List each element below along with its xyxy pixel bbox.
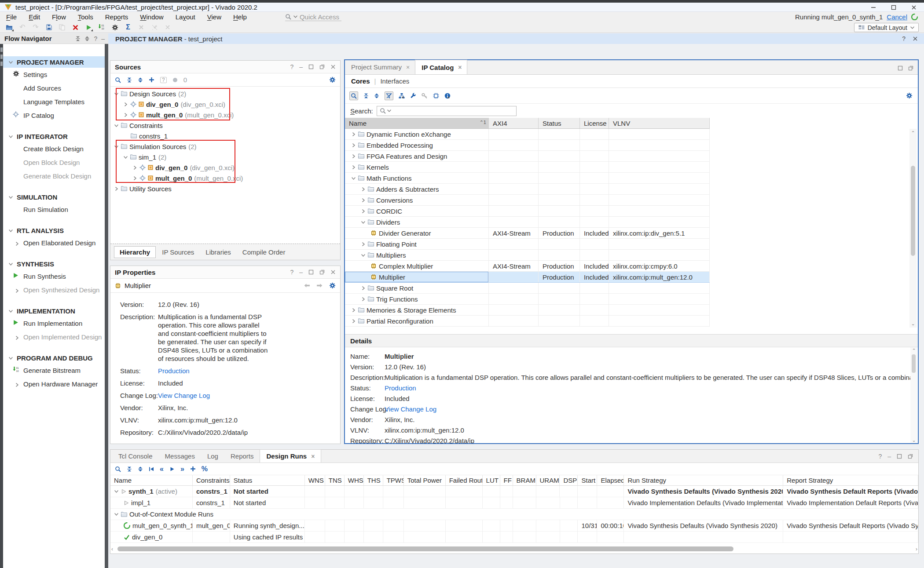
runs-column-failed-routes[interactable]: Failed Routes: [446, 475, 483, 485]
source-tree-row[interactable]: Utility Sources: [110, 183, 340, 194]
design-runs-hscrollbar[interactable]: ‹ ›: [111, 546, 917, 552]
run-button[interactable]: [83, 22, 94, 32]
report-button[interactable]: Σ: [122, 22, 134, 32]
close-icon[interactable]: [913, 36, 918, 42]
help-icon[interactable]: ?: [290, 269, 293, 275]
bottom-tab-design-runs[interactable]: Design Runs×: [260, 449, 321, 462]
nav-section-ip-integrator[interactable]: IP INTEGRATOR: [3, 131, 105, 142]
catalog-row[interactable]: Partial Reconfiguration: [345, 316, 710, 327]
runs-column-report-strategy[interactable]: Report Strategy: [783, 475, 918, 485]
scroll-right-icon[interactable]: ›: [916, 546, 917, 552]
column-header-name[interactable]: Name⌃1: [345, 118, 489, 128]
nav-section-synthesis[interactable]: SYNTHESIS: [3, 258, 105, 269]
gear-icon[interactable]: [329, 76, 336, 83]
maximize-panel-icon[interactable]: [898, 66, 903, 71]
undo-button[interactable]: ↶: [17, 22, 28, 32]
catalog-row[interactable]: Complex MultiplierAXI4-StreamProductionI…: [345, 261, 710, 272]
float-panel-icon[interactable]: [908, 453, 913, 459]
catalog-row[interactable]: Memories & Storage Elements: [345, 305, 710, 316]
help-icon[interactable]: ?: [290, 64, 293, 70]
expand-all-icon[interactable]: [84, 36, 90, 42]
minimize-panel-icon[interactable]: –: [299, 269, 303, 275]
help-icon[interactable]: ?: [902, 36, 906, 42]
catalog-vscrollbar[interactable]: ⌃ ⌄: [909, 129, 917, 328]
tab-project-summary[interactable]: Project Summary×: [345, 60, 415, 74]
runs-column-name[interactable]: Name: [110, 475, 193, 485]
maximize-panel-icon[interactable]: [897, 453, 902, 459]
scroll-down-icon[interactable]: ⌄: [910, 437, 917, 443]
runs-column-bram[interactable]: BRAM: [513, 475, 536, 485]
nav-section-simulation[interactable]: SIMULATION: [3, 191, 105, 203]
messages-badge-icon[interactable]: [172, 77, 178, 83]
catalog-row[interactable]: Adders & Subtracters: [345, 184, 710, 195]
scroll-up-icon[interactable]: ⌃: [910, 347, 917, 353]
sources-tab-ip-sources[interactable]: IP Sources: [157, 247, 199, 258]
catalog-row[interactable]: Floating Point: [345, 239, 710, 250]
create-run-icon[interactable]: [190, 466, 196, 472]
collapse-all-icon[interactable]: [363, 93, 369, 98]
scroll-left-icon[interactable]: ‹: [111, 546, 113, 552]
gear-icon[interactable]: [906, 92, 913, 99]
runs-column-elapsed[interactable]: Elapsed: [597, 475, 624, 485]
runs-column-uram[interactable]: URAM: [536, 475, 560, 485]
nav-item-generate-block-design[interactable]: Generate Block Design: [3, 169, 105, 183]
catalog-row[interactable]: CORDIC: [345, 206, 710, 217]
settings-button[interactable]: [109, 22, 121, 32]
search-icon[interactable]: [349, 91, 358, 100]
gear-icon[interactable]: [329, 282, 336, 289]
menu-view[interactable]: View: [207, 13, 221, 21]
close-tab-icon[interactable]: ×: [311, 453, 315, 460]
details-value[interactable]: View Change Log: [385, 405, 436, 413]
close-panel-icon[interactable]: [330, 269, 336, 275]
close-button[interactable]: [904, 3, 924, 12]
expand-all-icon[interactable]: [374, 93, 379, 98]
back-icon[interactable]: [304, 283, 310, 288]
search-icon[interactable]: [115, 77, 121, 83]
go-first-icon[interactable]: [149, 466, 154, 472]
help-icon[interactable]: ?: [94, 36, 97, 42]
design-run-row[interactable]: div_gen_0Using cached IP results: [110, 532, 918, 543]
nav-item-add-sources[interactable]: Add Sources: [3, 81, 105, 95]
runs-column-start[interactable]: Start: [578, 475, 597, 485]
collapse-all-icon[interactable]: [127, 77, 132, 83]
subtab-interfaces[interactable]: Interfaces: [380, 77, 409, 85]
column-header-license[interactable]: License: [580, 118, 609, 128]
maximize-panel-icon[interactable]: [308, 269, 314, 275]
filter-icon[interactable]: [385, 91, 393, 100]
design-run-row[interactable]: impl_1constrs_1Not startedVivado Impleme…: [110, 497, 918, 509]
catalog-row[interactable]: Divider GeneratorAXI4-StreamProductionIn…: [345, 228, 710, 239]
column-header-axi4[interactable]: AXI4: [489, 118, 539, 128]
minimize-panel-icon[interactable]: –: [101, 36, 105, 42]
tool1-button[interactable]: [136, 22, 147, 32]
runs-column-constraints[interactable]: Constraints: [193, 475, 230, 485]
bottom-tab-messages[interactable]: Messages: [159, 449, 201, 462]
menu-edit[interactable]: Edit: [29, 13, 40, 21]
catalog-row[interactable]: FPGA Features and Design: [345, 151, 710, 162]
catalog-row[interactable]: Trig Functions: [345, 294, 710, 305]
menu-tools[interactable]: Tools: [78, 13, 93, 21]
catalog-row[interactable]: Multipliers: [345, 250, 710, 261]
help-box-icon[interactable]: ?: [160, 77, 167, 83]
property-value[interactable]: View Change Log: [158, 391, 210, 400]
cancel-run-link[interactable]: Cancel: [887, 13, 907, 21]
catalog-row[interactable]: MultiplierProductionIncludedxilinx.com:i…: [345, 272, 710, 283]
catalog-search-input[interactable]: [377, 106, 517, 116]
add-sources-icon[interactable]: [149, 77, 154, 83]
catalog-row[interactable]: Square Root: [345, 283, 710, 294]
bottom-tab-reports[interactable]: Reports: [224, 449, 260, 462]
step-back-icon[interactable]: «: [160, 466, 164, 473]
runs-column-lut[interactable]: LUT: [483, 475, 500, 485]
nav-item-open-block-design[interactable]: Open Block Design: [3, 156, 105, 169]
panel-splitter[interactable]: [105, 44, 108, 568]
info-icon[interactable]: [444, 93, 451, 99]
expand-all-icon[interactable]: [138, 77, 143, 83]
nav-item-run-implementation[interactable]: Run Implementation: [3, 317, 105, 330]
runs-column-ths[interactable]: THS: [364, 475, 383, 485]
nav-item-create-block-design[interactable]: Create Block Design: [3, 142, 105, 156]
bottom-tab-tcl-console[interactable]: Tcl Console: [112, 449, 159, 462]
catalog-row[interactable]: Kernels: [345, 162, 710, 173]
subtab-cores[interactable]: Cores: [351, 77, 370, 85]
float-panel-icon[interactable]: [908, 66, 913, 71]
catalog-row[interactable]: Dividers: [345, 217, 710, 228]
close-tab-icon[interactable]: ×: [406, 64, 410, 71]
